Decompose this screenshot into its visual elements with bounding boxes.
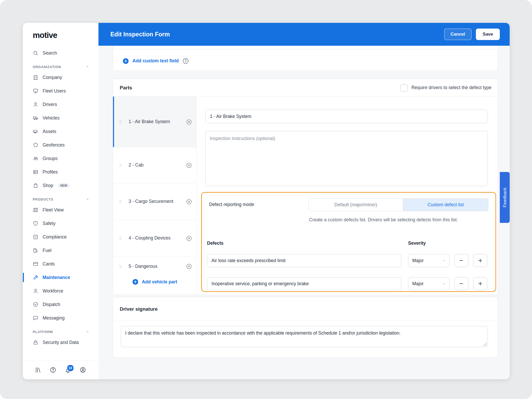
help-icon[interactable]: [50, 367, 56, 373]
help-circle-icon[interactable]: [182, 57, 189, 64]
sidebar-item-vehicles[interactable]: Vehicles: [23, 111, 98, 125]
credit-card-icon: [33, 261, 38, 267]
sidebar-item-shop[interactable]: Shop NEW: [23, 179, 98, 192]
sidebar-item-maintenance[interactable]: Maintenance: [23, 271, 98, 284]
sidebar-item-search[interactable]: Search: [23, 46, 98, 60]
sidebar-item-label: Shop: [43, 183, 53, 188]
clipboard-check-icon: [33, 234, 38, 240]
part-item-label: 2 - Cab: [129, 162, 183, 168]
defect-mode-description: Create a custom defects list. Drivers wi…: [309, 217, 481, 223]
sidebar-item-workforce[interactable]: Workforce: [23, 284, 98, 298]
sidebar-item-security-and-data[interactable]: Security and Data: [23, 336, 98, 349]
wrench-icon: [33, 275, 38, 280]
remove-defect-button[interactable]: −: [454, 254, 468, 267]
remove-part-icon[interactable]: [186, 263, 192, 270]
trailer-icon: [33, 129, 38, 134]
require-defect-row: Require drivers to select the defect typ…: [401, 84, 491, 91]
notification-badge: 10: [67, 364, 74, 372]
drag-handle-icon[interactable]: [118, 264, 123, 269]
bell-icon[interactable]: 10: [65, 367, 71, 373]
drag-handle-icon[interactable]: [118, 199, 123, 204]
part-item-dangerous[interactable]: 5 - Dangerous: [113, 257, 196, 276]
signature-card-header: Driver signature: [113, 297, 498, 321]
screen: motive Search ORGANIZATION Company Fleet…: [0, 0, 532, 399]
drag-handle-icon[interactable]: [118, 162, 123, 168]
sidebar-item-label: Security and Data: [43, 340, 79, 345]
sidebar-section-platform[interactable]: PLATFORM: [23, 328, 98, 336]
library-icon[interactable]: [35, 367, 42, 373]
sidebar-item-profiles[interactable]: Profiles: [23, 165, 98, 179]
parts-card-header: Parts Require drivers to select the defe…: [113, 79, 498, 97]
sidebar-item-fleet-view[interactable]: Fleet View: [23, 203, 98, 217]
remove-part-icon[interactable]: [186, 119, 192, 125]
severity-select[interactable]: Major: [408, 254, 450, 267]
remove-part-icon[interactable]: [186, 198, 192, 205]
drag-handle-icon[interactable]: [118, 235, 123, 241]
add-vehicle-part-button[interactable]: Add vehicle part: [113, 275, 196, 289]
chevron-down-icon: [442, 258, 446, 263]
sidebar-item-groups[interactable]: Groups: [23, 152, 98, 165]
part-item-label: 5 - Dangerous: [129, 263, 183, 270]
top-bar: Edit Inspection Form Cancel Save: [98, 23, 510, 46]
declaration-textarea[interactable]: I declare that this vehicle has been ins…: [121, 326, 488, 347]
mode-default-button[interactable]: Default (major/minor): [309, 199, 403, 211]
part-item-coupling-devices[interactable]: 4 - Coupling Devices: [113, 220, 196, 257]
require-defect-checkbox[interactable]: [401, 84, 408, 91]
part-item-cargo-securement[interactable]: 3 - Cargo Securement: [113, 183, 196, 220]
severity-value: Major: [412, 258, 424, 263]
section-label: PLATFORM: [33, 330, 53, 334]
geofence-icon: [33, 142, 38, 148]
sidebar-item-fuel[interactable]: Fuel: [23, 244, 98, 257]
defect-name-input[interactable]: [207, 254, 401, 267]
sidebar-item-safety[interactable]: Safety: [23, 217, 98, 230]
building-icon: [33, 75, 38, 80]
chevron-up-icon: [85, 197, 90, 201]
sidebar-item-label: Geofences: [43, 142, 65, 148]
sidebar-item-label: Company: [43, 75, 62, 80]
require-defect-label: Require drivers to select the defect typ…: [411, 85, 491, 90]
sidebar-section-organization[interactable]: ORGANIZATION: [23, 63, 98, 71]
add-defect-button[interactable]: +: [473, 277, 487, 290]
feedback-tab[interactable]: Feedback: [500, 172, 510, 223]
sidebar-item-cards[interactable]: Cards: [23, 257, 98, 271]
sidebar-section-products[interactable]: PRODUCTS: [23, 195, 98, 203]
sidebar-item-label: Cards: [43, 261, 55, 267]
add-defect-button[interactable]: +: [473, 254, 487, 267]
inspection-instructions-textarea[interactable]: [205, 131, 488, 186]
sidebar-item-label: Dispatch: [43, 302, 60, 307]
defect-mode-segmented-control: Default (major/minor) Custom defect list: [308, 198, 488, 211]
part-item-air-brake-system[interactable]: 1 - Air Brake System: [113, 97, 196, 147]
motive-logo: motive: [23, 23, 98, 41]
page-title: Edit Inspection Form: [110, 23, 170, 46]
drag-handle-icon[interactable]: [118, 119, 123, 125]
resize-grip-icon[interactable]: [483, 342, 487, 346]
sidebar-item-geofences[interactable]: Geofences: [23, 138, 98, 152]
add-custom-text-field-button[interactable]: Add custom text field: [132, 58, 179, 64]
sidebar-item-drivers[interactable]: Drivers: [23, 98, 98, 111]
chevron-up-icon: [85, 330, 90, 334]
sidebar-item-compliance[interactable]: Compliance: [23, 230, 98, 244]
section-label: ORGANIZATION: [33, 65, 61, 69]
mode-custom-defect-list-button[interactable]: Custom defect list: [403, 199, 488, 211]
chevron-up-icon: [85, 65, 90, 69]
cancel-button[interactable]: Cancel: [444, 29, 472, 40]
defect-name-input[interactable]: [207, 277, 401, 290]
plus-circle-icon: [122, 58, 129, 64]
user-avatar-icon[interactable]: [79, 367, 86, 373]
save-button[interactable]: Save: [476, 29, 500, 40]
sidebar-item-dispatch[interactable]: Dispatch: [23, 298, 98, 311]
part-name-input[interactable]: [205, 110, 488, 123]
sidebar-item-fleet-users[interactable]: Fleet Users: [23, 84, 98, 98]
sidebar-item-company[interactable]: Company: [23, 71, 98, 84]
main-content: Add custom text field Parts Require driv…: [98, 46, 510, 379]
remove-part-icon[interactable]: [186, 235, 192, 242]
sidebar-item-messaging[interactable]: Messaging: [23, 311, 98, 325]
truck-icon: [33, 115, 38, 121]
part-item-cab[interactable]: 2 - Cab: [113, 147, 196, 183]
sidebar-item-assets[interactable]: Assets: [23, 125, 98, 138]
severity-select[interactable]: Major: [408, 277, 450, 290]
remove-part-icon[interactable]: [186, 162, 192, 169]
remove-defect-button[interactable]: −: [454, 277, 468, 290]
driver-signature-card: Driver signature I declare that this veh…: [113, 297, 498, 358]
parts-card: Parts Require drivers to select the defe…: [113, 79, 498, 295]
